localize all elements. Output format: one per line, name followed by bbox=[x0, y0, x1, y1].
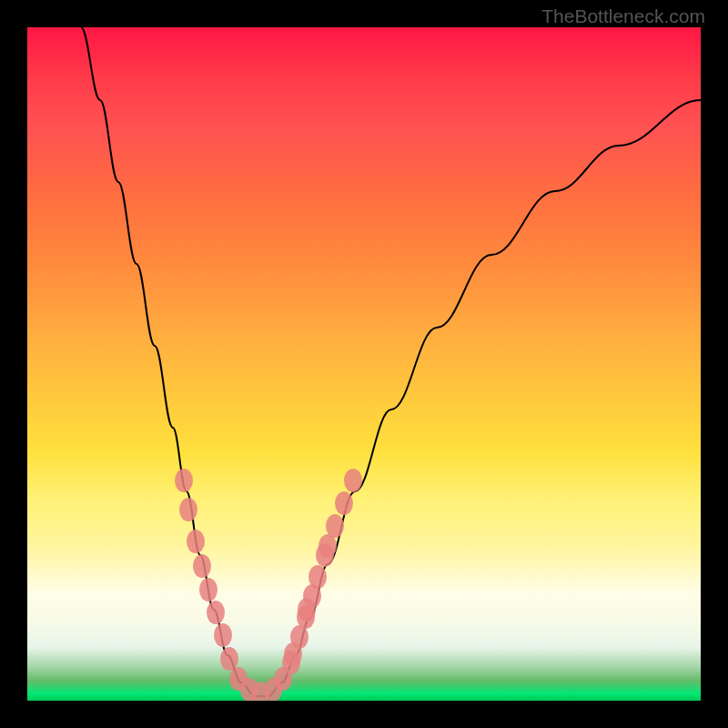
data-marker bbox=[199, 578, 217, 602]
bottleneck-curve-svg bbox=[27, 27, 701, 701]
data-marker bbox=[220, 647, 238, 671]
data-marker bbox=[179, 498, 197, 521]
data-markers-group bbox=[175, 469, 362, 701]
chart-plot-area bbox=[27, 27, 701, 701]
data-marker bbox=[214, 623, 232, 647]
data-marker bbox=[175, 469, 193, 492]
data-marker bbox=[193, 554, 211, 578]
data-marker bbox=[207, 601, 225, 624]
data-marker bbox=[335, 491, 353, 515]
data-marker bbox=[308, 565, 327, 589]
watermark-text: TheBottleneck.com bbox=[541, 5, 705, 27]
data-marker bbox=[187, 530, 205, 553]
data-marker bbox=[344, 469, 362, 492]
bottleneck-curve-path bbox=[81, 27, 701, 696]
data-marker bbox=[326, 514, 344, 538]
